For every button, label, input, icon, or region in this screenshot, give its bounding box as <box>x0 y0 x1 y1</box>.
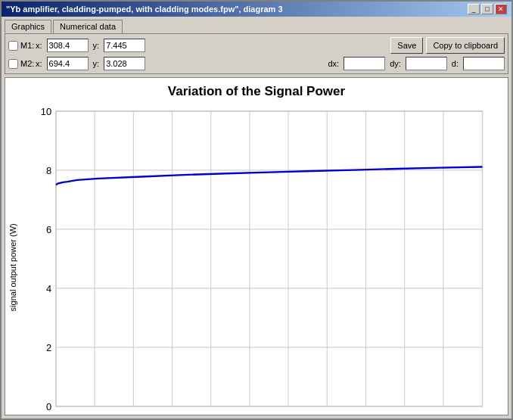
m1-y-input[interactable] <box>104 39 145 52</box>
title-bar-buttons: _ □ ✕ <box>468 4 507 14</box>
m2-x-input[interactable] <box>47 57 89 70</box>
m1-label: M1: <box>20 41 34 50</box>
m2-x-label: x: <box>36 59 42 68</box>
chart-area: signal output power (W) <box>5 102 508 415</box>
tab-numerical[interactable]: Numerical data <box>53 20 123 33</box>
tab-graphics[interactable]: Graphics <box>5 20 51 33</box>
d-input[interactable] <box>463 57 505 70</box>
svg-rect-0 <box>56 111 483 406</box>
controls-row-2: M2: x: y: dx: dy: d: <box>8 57 505 70</box>
minimize-button[interactable]: _ <box>468 4 480 14</box>
dx-label: dx: <box>328 59 339 68</box>
svg-text:200: 200 <box>133 412 150 415</box>
svg-text:600: 600 <box>303 412 320 415</box>
title-bar: "Yb amplifier, cladding-pumped, with cla… <box>2 2 511 17</box>
m1-x-input[interactable] <box>47 39 89 52</box>
svg-text:0: 0 <box>53 412 58 415</box>
svg-text:400: 400 <box>219 412 235 415</box>
copy-clipboard-button[interactable]: Copy to clipboard <box>426 37 505 54</box>
svg-text:1000: 1000 <box>471 412 493 415</box>
controls-area: M1: x: y: Save Copy to clipboard M2: x: … <box>5 33 508 74</box>
chart-inner: 10 8 6 4 2 0 0 100 200 300 400 500 <box>20 102 500 415</box>
svg-text:300: 300 <box>176 412 192 415</box>
m2-checkbox[interactable] <box>8 59 18 69</box>
svg-text:8: 8 <box>46 165 51 176</box>
dx-input[interactable] <box>344 57 385 70</box>
m2-label: M2: <box>20 59 34 68</box>
m1-x-label: x: <box>36 41 42 50</box>
svg-text:900: 900 <box>431 412 448 415</box>
svg-text:500: 500 <box>261 412 278 415</box>
svg-text:100: 100 <box>91 412 107 415</box>
m1-checkbox[interactable] <box>8 41 18 51</box>
chart-container: Variation of the Signal Power signal out… <box>5 77 508 415</box>
close-button[interactable]: ✕ <box>495 4 507 14</box>
m1-checkbox-label[interactable]: M1: <box>8 41 31 51</box>
main-window: "Yb amplifier, cladding-pumped, with cla… <box>0 0 513 420</box>
svg-text:10: 10 <box>41 106 51 117</box>
m2-checkbox-label[interactable]: M2: <box>8 59 31 69</box>
m2-y-label: y: <box>93 59 100 68</box>
svg-text:6: 6 <box>46 224 51 235</box>
chart-svg: 10 8 6 4 2 0 0 100 200 300 400 500 <box>20 102 500 415</box>
maximize-button[interactable]: □ <box>481 4 493 14</box>
tab-bar: Graphics Numerical data <box>2 17 511 33</box>
svg-text:2: 2 <box>46 342 51 353</box>
svg-text:4: 4 <box>46 283 51 294</box>
save-button[interactable]: Save <box>390 37 423 54</box>
svg-text:700: 700 <box>347 412 363 415</box>
m1-y-label: y: <box>93 41 100 50</box>
svg-text:800: 800 <box>389 412 406 415</box>
m2-y-input[interactable] <box>104 57 145 70</box>
window-title: "Yb amplifier, cladding-pumped, with cla… <box>6 5 283 14</box>
svg-text:0: 0 <box>46 401 51 412</box>
dy-input[interactable] <box>406 57 447 70</box>
controls-row-1: M1: x: y: Save Copy to clipboard <box>8 37 505 54</box>
d-label: d: <box>452 59 459 68</box>
chart-title: Variation of the Signal Power <box>168 84 345 99</box>
y-axis-label: signal output power (W) <box>5 102 20 415</box>
dy-label: dy: <box>390 59 401 68</box>
